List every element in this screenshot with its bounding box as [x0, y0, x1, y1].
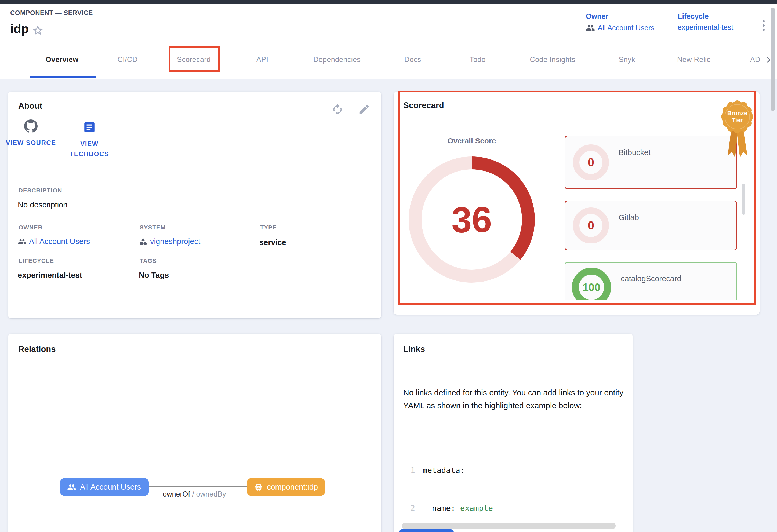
active-tab-indicator — [30, 76, 96, 78]
score-ring: 0 — [573, 208, 609, 244]
entity-tabs: Overview CI/CD Scorecard API Dependencie… — [0, 40, 777, 79]
view-techdocs-button[interactable]: VIEW TECHDOCS — [64, 121, 115, 159]
more-options-icon[interactable] — [758, 16, 769, 35]
scorecard-item-gitlab[interactable]: 0 Gitlab — [565, 201, 737, 250]
people-icon — [18, 237, 26, 246]
header-lifecycle: Lifecycle experimental-test — [678, 12, 733, 32]
type-field-label: TYPE — [260, 224, 277, 231]
bronze-tier-badge: Bronze Tier — [718, 98, 756, 160]
people-icon — [586, 23, 595, 32]
page-scrollbar[interactable] — [771, 7, 775, 111]
system-field-link[interactable]: vigneshproject — [139, 237, 200, 246]
overall-score-label: Overall Score — [448, 137, 496, 145]
scorecard-item-name: Gitlab — [619, 201, 639, 250]
scorecard-item-bitbucket[interactable]: 0 Bitbucket — [565, 136, 737, 189]
system-field-label: SYSTEM — [140, 224, 165, 231]
tab-todo[interactable]: Todo — [470, 40, 486, 79]
overall-score-gauge: 36 — [409, 156, 535, 283]
chip-icon — [254, 483, 263, 492]
relations-card-title: Relations — [18, 345, 56, 354]
tab-docs[interactable]: Docs — [404, 40, 421, 79]
view-techdocs-label: VIEW TECHDOCS — [64, 139, 115, 159]
tab-code-insights[interactable]: Code Insights — [530, 40, 575, 79]
scorecard-items-list: 0 Bitbucket 0 Gitlab 100 catalogScorecar… — [565, 136, 737, 300]
about-card-title: About — [18, 101, 42, 111]
refresh-icon[interactable] — [331, 103, 344, 116]
breadcrumb: COMPONENT — SERVICE — [10, 9, 93, 17]
relation-node-component[interactable]: component:idp — [247, 478, 325, 496]
description-label: DESCRIPTION — [18, 187, 62, 194]
owner-field-label: OWNER — [18, 224, 43, 231]
owner-field-link[interactable]: All Account Users — [18, 237, 90, 246]
relation-edge-label: ownerOf / ownedBy — [163, 490, 226, 499]
svg-text:Tier: Tier — [732, 117, 743, 123]
relation-node-user-group[interactable]: All Account Users — [60, 478, 149, 496]
scorecard-list-scrollbar[interactable] — [742, 183, 745, 215]
type-field-value: service — [259, 238, 286, 247]
view-source-button[interactable]: VIEW SOURCE — [5, 119, 57, 148]
score-ring: 0 — [573, 144, 609, 180]
window-top-bar — [0, 0, 777, 4]
scorecard-item-catalogscorecard[interactable]: 100 catalogScorecard — [565, 262, 737, 300]
scorecard-card-title: Scorecard — [403, 101, 444, 110]
owner-value[interactable]: All Account Users — [598, 24, 655, 32]
overall-score-value: 36 — [452, 199, 492, 241]
links-card-title: Links — [403, 345, 425, 354]
links-empty-text: No links defined for this entity. You ca… — [403, 386, 624, 412]
techdocs-doc-icon — [83, 121, 96, 134]
about-card: About VIEW SOURCE VIEW TECHDOCS DESCRIPT… — [8, 92, 381, 318]
entity-header: COMPONENT — SERVICE idp Owner All Accoun… — [0, 4, 777, 40]
tab-clipped[interactable]: AD — [750, 40, 764, 79]
tab-overview[interactable]: Overview — [46, 40, 78, 79]
score-ring: 100 — [572, 268, 611, 300]
links-card: Links No links defined for this entity. … — [394, 334, 633, 532]
tab-dependencies[interactable]: Dependencies — [313, 40, 360, 79]
tab-api[interactable]: API — [256, 40, 268, 79]
yaml-example-code-block: 1metadata: 2 name: example 3 links: 4 - … — [401, 439, 625, 519]
svg-text:Bronze: Bronze — [727, 110, 748, 117]
github-icon — [24, 119, 37, 133]
category-icon — [139, 237, 147, 246]
favorite-star-icon[interactable] — [32, 24, 44, 36]
tags-field-value: No Tags — [139, 271, 169, 280]
lifecycle-value: experimental-test — [678, 23, 733, 32]
owner-label: Owner — [586, 12, 655, 21]
page-title: idp — [10, 21, 29, 36]
scorecard-card: Scorecard Bronze Tier Overall Score 36 0 — [394, 92, 760, 314]
header-owner: Owner All Account Users — [586, 12, 655, 32]
owner-link[interactable]: All Account Users — [586, 23, 655, 32]
relation-edge-line — [149, 486, 247, 488]
scorecard-item-name: catalogScorecard — [621, 263, 681, 300]
people-icon — [67, 483, 76, 492]
tags-field-label: TAGS — [140, 257, 157, 264]
lifecycle-field-value: experimental-test — [18, 271, 82, 280]
tab-scorecard[interactable]: Scorecard — [177, 40, 211, 79]
lifecycle-label: Lifecycle — [678, 12, 733, 21]
scorecard-item-name: Bitbucket — [619, 136, 651, 188]
code-horizontal-scrollbar[interactable] — [402, 523, 616, 529]
tab-new-relic[interactable]: New Relic — [677, 40, 710, 79]
tab-cicd[interactable]: CI/CD — [118, 40, 138, 79]
relations-card: Relations All Account Users ownerOf / ow… — [8, 334, 381, 532]
lifecycle-field-label: LIFECYCLE — [18, 257, 54, 264]
tab-snyk[interactable]: Snyk — [619, 40, 635, 79]
description-value: No description — [18, 201, 68, 210]
links-card-button[interactable] — [399, 529, 454, 532]
edit-icon[interactable] — [358, 103, 370, 116]
view-source-label: VIEW SOURCE — [5, 138, 57, 148]
